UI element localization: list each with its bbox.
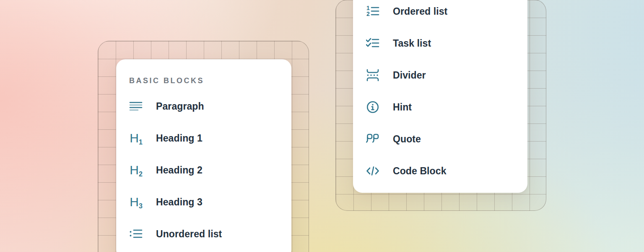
menu-item-hint[interactable]: Hint [353, 91, 527, 123]
menu-item-unordered-list[interactable]: Unordered list [116, 218, 291, 250]
menu-item-divider[interactable]: Divider [353, 59, 527, 91]
menu-item-task-list[interactable]: Task list [353, 27, 527, 59]
basic-blocks-menu: BASIC BLOCKS Paragraph H1 Heading 1 H2 H… [116, 59, 291, 252]
section-title: BASIC BLOCKS [129, 75, 291, 86]
menu-item-label: Unordered list [156, 228, 222, 240]
menu-item-label: Code Block [393, 165, 447, 177]
menu-item-heading-2[interactable]: H2 Heading 2 [116, 154, 291, 186]
menu-item-quote[interactable]: Quote [353, 123, 527, 155]
heading-1-icon: H1 [129, 131, 143, 145]
ordered-list-icon: 1 2 [366, 5, 379, 18]
menu-item-heading-1[interactable]: H1 Heading 1 [116, 122, 291, 154]
svg-text:2: 2 [366, 10, 370, 17]
menu-item-label: Task list [393, 38, 431, 49]
menu-item-ordered-list[interactable]: 1 2 Ordered list [353, 0, 527, 27]
block-picker-screenshot: { "colors": { "accent": "#2F768E", "item… [0, 0, 644, 252]
menu-item-label: Divider [393, 70, 426, 81]
menu-item-label: Hint [393, 102, 412, 113]
menu-item-paragraph[interactable]: Paragraph [116, 90, 291, 122]
heading-3-icon: H3 [129, 195, 143, 209]
paragraph-icon [129, 100, 143, 113]
divider-icon [366, 68, 379, 82]
unordered-list-icon [129, 227, 143, 241]
menu-item-label: Heading 3 [156, 197, 203, 208]
menu-item-label: Heading 2 [156, 165, 203, 176]
menu-item-label: Quote [393, 134, 421, 145]
menu-item-label: Ordered list [393, 6, 447, 17]
quote-icon [366, 132, 379, 146]
task-list-icon [366, 37, 379, 50]
code-block-icon [366, 164, 379, 178]
heading-2-icon: H2 [129, 163, 143, 177]
hint-icon [366, 100, 379, 114]
menu-item-label: Heading 1 [156, 133, 203, 144]
menu-item-heading-3[interactable]: H3 Heading 3 [116, 186, 291, 218]
advanced-blocks-menu: 1 2 Ordered list Task list [353, 0, 527, 193]
menu-item-label: Paragraph [156, 101, 204, 112]
menu-item-code-block[interactable]: Code Block [353, 155, 527, 187]
